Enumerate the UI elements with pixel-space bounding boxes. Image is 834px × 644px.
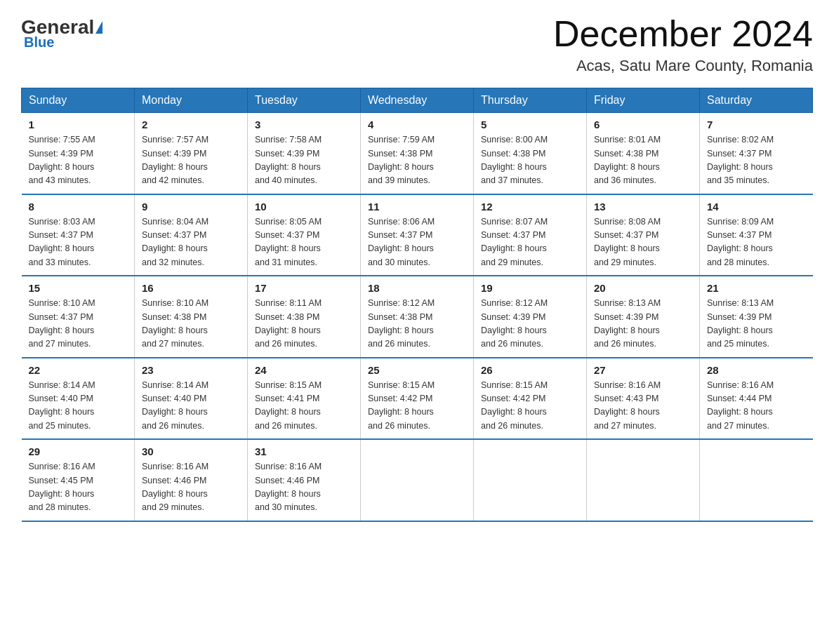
day-info: Sunrise: 8:16 AMSunset: 4:44 PMDaylight:… xyxy=(707,379,806,434)
table-row: 17Sunrise: 8:11 AMSunset: 4:38 PMDayligh… xyxy=(248,276,361,358)
day-number: 6 xyxy=(594,119,692,130)
table-row: 9Sunrise: 8:04 AMSunset: 4:37 PMDaylight… xyxy=(135,194,248,276)
day-number: 19 xyxy=(481,282,579,294)
month-title: December 2024 xyxy=(553,14,813,54)
table-row: 16Sunrise: 8:10 AMSunset: 4:38 PMDayligh… xyxy=(135,276,248,358)
table-row: 8Sunrise: 8:03 AMSunset: 4:37 PMDaylight… xyxy=(22,194,135,276)
location-title: Acas, Satu Mare County, Romania xyxy=(553,57,813,75)
calendar-body: 1Sunrise: 7:55 AMSunset: 4:39 PMDaylight… xyxy=(22,113,813,521)
day-info: Sunrise: 8:10 AMSunset: 4:37 PMDaylight:… xyxy=(29,297,128,351)
table-row: 27Sunrise: 8:16 AMSunset: 4:43 PMDayligh… xyxy=(587,358,700,440)
day-info: Sunrise: 8:00 AMSunset: 4:38 PMDaylight:… xyxy=(481,133,579,188)
table-row: 14Sunrise: 8:09 AMSunset: 4:37 PMDayligh… xyxy=(700,194,813,276)
table-row: 19Sunrise: 8:12 AMSunset: 4:39 PMDayligh… xyxy=(474,276,587,358)
calendar-header: Sunday Monday Tuesday Wednesday Thursday… xyxy=(22,88,813,113)
table-row: 15Sunrise: 8:10 AMSunset: 4:37 PMDayligh… xyxy=(22,276,135,358)
calendar-week-row: 8Sunrise: 8:03 AMSunset: 4:37 PMDaylight… xyxy=(22,194,813,276)
day-number: 8 xyxy=(29,201,128,213)
table-row: 2Sunrise: 7:57 AMSunset: 4:39 PMDaylight… xyxy=(135,113,248,194)
day-number: 17 xyxy=(255,282,353,294)
day-number: 10 xyxy=(255,201,353,213)
table-row: 20Sunrise: 8:13 AMSunset: 4:39 PMDayligh… xyxy=(587,276,700,358)
day-number: 9 xyxy=(142,201,240,213)
calendar-week-row: 29Sunrise: 8:16 AMSunset: 4:45 PMDayligh… xyxy=(22,439,813,521)
day-number: 5 xyxy=(481,119,579,130)
day-info: Sunrise: 8:06 AMSunset: 4:37 PMDaylight:… xyxy=(368,215,466,270)
table-row: 23Sunrise: 8:14 AMSunset: 4:40 PMDayligh… xyxy=(135,358,248,440)
table-row: 7Sunrise: 8:02 AMSunset: 4:37 PMDaylight… xyxy=(700,113,813,194)
col-saturday: Saturday xyxy=(700,88,813,113)
day-info: Sunrise: 8:12 AMSunset: 4:39 PMDaylight:… xyxy=(481,297,579,351)
day-number: 20 xyxy=(594,282,692,294)
day-number: 27 xyxy=(594,364,692,376)
title-block: December 2024 Acas, Satu Mare County, Ro… xyxy=(553,14,813,75)
table-row: 6Sunrise: 8:01 AMSunset: 4:38 PMDaylight… xyxy=(587,113,700,194)
day-number: 29 xyxy=(29,445,128,457)
day-info: Sunrise: 8:15 AMSunset: 4:42 PMDaylight:… xyxy=(368,379,466,434)
col-thursday: Thursday xyxy=(474,88,587,113)
logo-triangle-icon xyxy=(95,21,102,34)
day-number: 1 xyxy=(29,119,128,130)
day-info: Sunrise: 8:13 AMSunset: 4:39 PMDaylight:… xyxy=(594,297,692,351)
day-number: 25 xyxy=(368,364,466,376)
calendar-week-row: 1Sunrise: 7:55 AMSunset: 4:39 PMDaylight… xyxy=(22,113,813,194)
day-number: 7 xyxy=(707,119,806,130)
day-info: Sunrise: 8:04 AMSunset: 4:37 PMDaylight:… xyxy=(142,215,240,270)
day-info: Sunrise: 8:05 AMSunset: 4:37 PMDaylight:… xyxy=(255,215,353,270)
col-monday: Monday xyxy=(135,88,248,113)
table-row: 24Sunrise: 8:15 AMSunset: 4:41 PMDayligh… xyxy=(248,358,361,440)
day-number: 31 xyxy=(255,445,353,457)
table-row xyxy=(361,439,474,521)
table-row: 10Sunrise: 8:05 AMSunset: 4:37 PMDayligh… xyxy=(248,194,361,276)
table-row: 5Sunrise: 8:00 AMSunset: 4:38 PMDaylight… xyxy=(474,113,587,194)
day-info: Sunrise: 8:10 AMSunset: 4:38 PMDaylight:… xyxy=(142,297,240,351)
day-number: 30 xyxy=(142,445,240,457)
table-row: 28Sunrise: 8:16 AMSunset: 4:44 PMDayligh… xyxy=(700,358,813,440)
day-number: 15 xyxy=(29,282,128,294)
table-row: 1Sunrise: 7:55 AMSunset: 4:39 PMDaylight… xyxy=(22,113,135,194)
day-info: Sunrise: 8:08 AMSunset: 4:37 PMDaylight:… xyxy=(594,215,692,270)
header-row: Sunday Monday Tuesday Wednesday Thursday… xyxy=(22,88,813,113)
table-row: 18Sunrise: 8:12 AMSunset: 4:38 PMDayligh… xyxy=(361,276,474,358)
day-number: 28 xyxy=(707,364,806,376)
day-info: Sunrise: 8:07 AMSunset: 4:37 PMDaylight:… xyxy=(481,215,579,270)
day-number: 22 xyxy=(29,364,128,376)
table-row: 13Sunrise: 8:08 AMSunset: 4:37 PMDayligh… xyxy=(587,194,700,276)
table-row xyxy=(474,439,587,521)
table-row xyxy=(700,439,813,521)
col-sunday: Sunday xyxy=(22,88,135,113)
day-number: 11 xyxy=(368,201,466,213)
day-number: 12 xyxy=(481,201,579,213)
day-number: 21 xyxy=(707,282,806,294)
table-row: 26Sunrise: 8:15 AMSunset: 4:42 PMDayligh… xyxy=(474,358,587,440)
day-info: Sunrise: 8:14 AMSunset: 4:40 PMDaylight:… xyxy=(29,379,128,434)
day-info: Sunrise: 8:12 AMSunset: 4:38 PMDaylight:… xyxy=(368,297,466,351)
day-info: Sunrise: 8:15 AMSunset: 4:42 PMDaylight:… xyxy=(481,379,579,434)
day-number: 23 xyxy=(142,364,240,376)
calendar-table: Sunday Monday Tuesday Wednesday Thursday… xyxy=(21,88,813,522)
day-info: Sunrise: 8:16 AMSunset: 4:46 PMDaylight:… xyxy=(142,460,240,515)
day-number: 14 xyxy=(707,201,806,213)
day-number: 4 xyxy=(368,119,466,130)
day-info: Sunrise: 7:57 AMSunset: 4:39 PMDaylight:… xyxy=(142,133,240,188)
day-number: 26 xyxy=(481,364,579,376)
table-row: 22Sunrise: 8:14 AMSunset: 4:40 PMDayligh… xyxy=(22,358,135,440)
day-number: 16 xyxy=(142,282,240,294)
calendar-week-row: 22Sunrise: 8:14 AMSunset: 4:40 PMDayligh… xyxy=(22,358,813,440)
table-row: 25Sunrise: 8:15 AMSunset: 4:42 PMDayligh… xyxy=(361,358,474,440)
table-row xyxy=(587,439,700,521)
day-number: 13 xyxy=(594,201,692,213)
table-row: 12Sunrise: 8:07 AMSunset: 4:37 PMDayligh… xyxy=(474,194,587,276)
day-info: Sunrise: 8:03 AMSunset: 4:37 PMDaylight:… xyxy=(29,215,128,270)
table-row: 30Sunrise: 8:16 AMSunset: 4:46 PMDayligh… xyxy=(135,439,248,521)
day-number: 2 xyxy=(142,119,240,130)
table-row: 3Sunrise: 7:58 AMSunset: 4:39 PMDaylight… xyxy=(248,113,361,194)
day-info: Sunrise: 8:16 AMSunset: 4:46 PMDaylight:… xyxy=(255,460,353,515)
day-info: Sunrise: 7:55 AMSunset: 4:39 PMDaylight:… xyxy=(29,133,128,188)
day-info: Sunrise: 7:58 AMSunset: 4:39 PMDaylight:… xyxy=(255,133,353,188)
day-info: Sunrise: 8:14 AMSunset: 4:40 PMDaylight:… xyxy=(142,379,240,434)
table-row: 31Sunrise: 8:16 AMSunset: 4:46 PMDayligh… xyxy=(248,439,361,521)
day-number: 3 xyxy=(255,119,353,130)
table-row: 4Sunrise: 7:59 AMSunset: 4:38 PMDaylight… xyxy=(361,113,474,194)
table-row: 21Sunrise: 8:13 AMSunset: 4:39 PMDayligh… xyxy=(700,276,813,358)
